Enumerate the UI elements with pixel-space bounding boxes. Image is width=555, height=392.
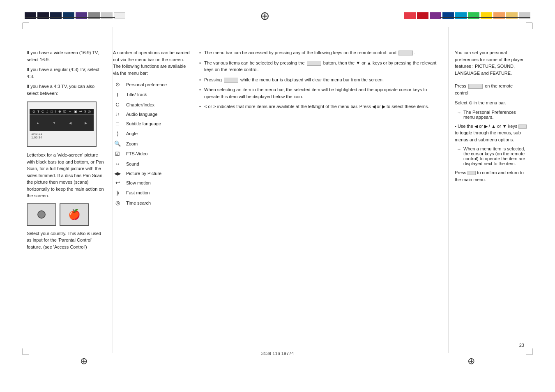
color-block bbox=[519, 12, 530, 19]
col2-intro: A number of operations can be carried ou… bbox=[113, 49, 193, 76]
tv-display-icon1: ▲ bbox=[36, 121, 39, 125]
col1-para3: If you have a 4:3 TV, you can also selec… bbox=[27, 83, 106, 97]
menu-icon-sub: □ bbox=[51, 110, 53, 113]
crosshair-icon bbox=[257, 7, 273, 24]
bullet-item-select-items: The various items can be selected by pre… bbox=[199, 60, 442, 73]
menu-icon-sound: ↔ bbox=[68, 110, 71, 113]
bullet-item-menubar-access: The menu bar can be accessed by pressing… bbox=[199, 49, 442, 56]
bottom-rule-right bbox=[440, 359, 530, 359]
menu-icon-pbp: ▣ bbox=[74, 110, 77, 113]
tv-display-icon4: ▶ bbox=[85, 121, 87, 125]
list-item: ◀▶ Picture by Picture bbox=[113, 170, 193, 177]
color-block bbox=[25, 12, 36, 19]
col1-para2: If you have a regular (4:3) TV, select 4… bbox=[27, 66, 106, 80]
personal-pref-icon: ⊙ bbox=[113, 81, 122, 89]
menu-icon-slow: ↩ bbox=[79, 110, 82, 113]
col4-arrow1-text: The Personal Preferences menu appears. bbox=[463, 110, 528, 120]
color-block bbox=[101, 12, 113, 19]
list-item: □ Subtitle language bbox=[113, 120, 193, 128]
color-block bbox=[468, 12, 479, 19]
col4-arrow2: → When a menu item is selected, the curs… bbox=[455, 146, 528, 166]
top-bar bbox=[0, 7, 555, 24]
menu-icon-pref: ⊙ bbox=[32, 110, 35, 113]
subtitle-lang-label: Subtitle language bbox=[126, 120, 161, 127]
list-item: C Chapter/Index bbox=[113, 101, 193, 109]
color-block bbox=[114, 12, 125, 19]
time-display: 1:43:21 1:06:34 bbox=[30, 132, 94, 139]
tv-display-icon2: ▼ bbox=[53, 121, 56, 125]
crosshair-bottom-left-icon: ⊕ bbox=[80, 356, 88, 367]
title-track-label: Title/Track bbox=[126, 91, 147, 98]
menu-icon-c: C bbox=[41, 110, 44, 113]
color-block bbox=[63, 12, 74, 19]
column-2: A number of operations can be carried ou… bbox=[113, 27, 199, 353]
col1-para1: If you have a wide screen (16:9) TV, sel… bbox=[27, 49, 106, 63]
slow-motion-label: Slow motion bbox=[126, 180, 151, 187]
list-item: ↔ Sound bbox=[113, 160, 193, 168]
color-blocks-right bbox=[404, 12, 530, 19]
tv-image-icon: 🍎 bbox=[68, 209, 81, 220]
menu-icon-music: ♫ bbox=[46, 110, 48, 113]
arrow-right-icon2: → bbox=[457, 147, 461, 152]
list-item: ⟫ Fast motion bbox=[113, 189, 193, 197]
bottom-rule-left bbox=[25, 359, 115, 359]
col4-arrow1: → The Personal Preferences menu appears. bbox=[455, 110, 528, 120]
col4-instr2: Select ⊙ in the menu bar. bbox=[455, 99, 528, 106]
col4-arrow2-text: When a menu item is selected, the cursor… bbox=[463, 146, 528, 166]
page-number: 23 bbox=[519, 343, 524, 348]
color-block bbox=[442, 12, 454, 19]
select-btn-img bbox=[307, 61, 321, 66]
zoom-icon: 🔍 bbox=[113, 140, 122, 148]
chapter-index-label: Chapter/Index bbox=[126, 101, 154, 108]
audio-lang-icon: ♩♪ bbox=[113, 111, 122, 117]
pbp-icon: ◀▶ bbox=[113, 170, 122, 177]
list-item: 🔍 Zoom bbox=[113, 140, 193, 148]
title-track-icon: T bbox=[113, 91, 122, 99]
menu-bar-sim: ⊙ T C ♫ □ ⟩ ⊕ ☑ ↔ ▣ ↩ ⟫ ◎ bbox=[30, 109, 94, 115]
col4-instr4: Press to confirm and return to the main … bbox=[455, 169, 528, 183]
col1-para5: Select your country. This also is used a… bbox=[27, 230, 106, 251]
col4-instr3: • Use the ◀ or ▶ / ▲ or ▼ keys to toggle… bbox=[455, 123, 528, 143]
tv-display-icon3: ◀ bbox=[69, 121, 71, 125]
menu-icon-zoom: ⊕ bbox=[58, 110, 61, 113]
color-block bbox=[506, 12, 518, 19]
color-block bbox=[88, 12, 100, 19]
sound-icon: ↔ bbox=[113, 160, 122, 168]
fast-motion-label: Fast motion bbox=[126, 189, 150, 196]
fast-motion-icon: ⟫ bbox=[113, 189, 122, 197]
pbp-label: Picture by Picture bbox=[126, 170, 161, 177]
top-rule-left bbox=[25, 17, 115, 18]
list-item: ↩ Slow motion bbox=[113, 179, 193, 187]
list-item: ⟩ Angle bbox=[113, 130, 193, 138]
color-block bbox=[76, 12, 87, 19]
audio-lang-label: Audio language bbox=[126, 111, 157, 118]
column-3: The menu bar can be accessed by pressing… bbox=[199, 27, 448, 353]
column-4: You can set your personal preferences fo… bbox=[448, 27, 528, 353]
subtitle-lang-icon: □ bbox=[113, 120, 122, 128]
crosshair-bottom-right-icon: ⊕ bbox=[467, 356, 475, 367]
col4-instr1: Press on the remote control. bbox=[455, 83, 528, 96]
menu-functions-list: ⊙ Personal preference T Title/Track C Ch… bbox=[113, 81, 193, 207]
color-block bbox=[455, 12, 467, 19]
bullet-item-selecting-item: When selecting an item in the menu bar, … bbox=[199, 86, 442, 100]
list-item: ⊙ Personal preference bbox=[113, 81, 193, 89]
column-1: If you have a wide screen (16:9) TV, sel… bbox=[27, 27, 113, 353]
color-block bbox=[481, 12, 492, 19]
tv-display-area: ▲ ▼ ◀ ▶ bbox=[30, 115, 94, 131]
doc-number: 3139 116 19774 bbox=[261, 351, 294, 356]
color-block bbox=[493, 12, 505, 19]
tv-screens-container: 🍎 bbox=[27, 203, 106, 226]
menu-icon-t: T bbox=[37, 110, 39, 113]
arrow-right-icon: → bbox=[457, 110, 461, 115]
col1-para4: Letterbox for a 'wide-screen' picture wi… bbox=[27, 152, 106, 199]
tv-small-right: 🍎 bbox=[60, 203, 89, 226]
color-block bbox=[430, 12, 441, 19]
list-item: ♩♪ Audio language bbox=[113, 111, 193, 118]
list-item: ◎ Time search bbox=[113, 199, 193, 207]
personal-pref-label: Personal preference bbox=[126, 81, 167, 88]
list-item: T Title/Track bbox=[113, 91, 193, 99]
col4-instructions: Press on the remote control. Select ⊙ in… bbox=[455, 83, 528, 183]
remote-key-img bbox=[398, 51, 413, 55]
top-rule-right bbox=[440, 17, 530, 18]
bullet-list-col3: The menu bar can be accessed by pressing… bbox=[199, 49, 442, 110]
